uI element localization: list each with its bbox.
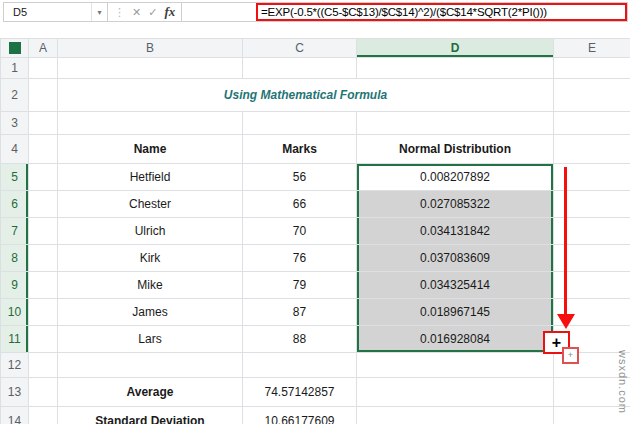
column-header-b[interactable]: B: [58, 39, 243, 58]
cell[interactable]: [357, 112, 554, 135]
cell[interactable]: [29, 135, 58, 164]
small-plus-icon: +: [568, 351, 573, 360]
name-cell[interactable]: Chester: [58, 191, 243, 218]
column-header-c[interactable]: C: [243, 39, 357, 58]
formula-input[interactable]: =EXP(-0.5*((C5-$C$13)/$C$14)^2)/($C$14*S…: [256, 3, 627, 21]
cell[interactable]: [29, 58, 58, 79]
table-header-marks[interactable]: Marks: [243, 135, 357, 164]
red-arrow-head-icon: [557, 314, 575, 329]
cell[interactable]: [357, 58, 554, 79]
fill-handle-cursor-icon[interactable]: +: [562, 347, 579, 364]
column-header-e[interactable]: E: [554, 39, 630, 58]
cell[interactable]: [554, 112, 630, 135]
row-header-9[interactable]: 9: [1, 272, 29, 299]
dist-cell[interactable]: 0.027085322: [357, 191, 554, 218]
average-label-cell[interactable]: Average: [58, 378, 243, 407]
red-arrow-annotation: [564, 167, 567, 315]
row-header-13[interactable]: 13: [1, 378, 29, 407]
cell[interactable]: [58, 58, 243, 79]
cell[interactable]: [29, 79, 58, 112]
name-cell[interactable]: Ulrich: [58, 218, 243, 245]
name-box-value: D5: [4, 6, 91, 18]
row-header-2[interactable]: 2: [1, 79, 29, 112]
column-header-a[interactable]: A: [29, 39, 58, 58]
select-all-icon: [9, 42, 21, 54]
active-cell[interactable]: 0.008207892: [357, 164, 554, 191]
cell[interactable]: [29, 245, 58, 272]
marks-cell[interactable]: 76: [243, 245, 357, 272]
worksheet-title-cell[interactable]: Using Mathematical Formula: [58, 79, 554, 112]
name-cell[interactable]: Hetfield: [58, 164, 243, 191]
insert-function-icon[interactable]: fx: [164, 4, 175, 20]
cell[interactable]: [29, 112, 58, 135]
dist-cell[interactable]: 0.037083609: [357, 245, 554, 272]
formula-bar: D5 ▾ ⋮ ✕ ✓ fx =EXP(-0.5*((C5-$C$13)/$C$1…: [3, 2, 628, 22]
cell[interactable]: [29, 191, 58, 218]
table-header-name[interactable]: Name: [58, 135, 243, 164]
row-header-12[interactable]: 12: [1, 353, 29, 378]
row-header-8[interactable]: 8: [1, 245, 29, 272]
row-header-3[interactable]: 3: [1, 112, 29, 135]
cell[interactable]: [357, 407, 554, 424]
stdev-label-cell[interactable]: Standard Deviation: [58, 407, 243, 424]
cell[interactable]: [29, 353, 58, 378]
marks-cell[interactable]: 70: [243, 218, 357, 245]
watermark: wsxdn.com: [617, 350, 629, 414]
marks-cell[interactable]: 87: [243, 299, 357, 326]
row-header-11[interactable]: 11: [1, 326, 29, 353]
cell[interactable]: [29, 378, 58, 407]
cell[interactable]: [357, 378, 554, 407]
row-header-1[interactable]: 1: [1, 58, 29, 79]
enter-icon[interactable]: ✓: [148, 6, 157, 19]
marks-cell[interactable]: 88: [243, 326, 357, 353]
dist-cell[interactable]: 0.018967145: [357, 299, 554, 326]
row-header-6[interactable]: 6: [1, 191, 29, 218]
cell[interactable]: [554, 58, 630, 79]
stdev-value-cell[interactable]: 10.66177609: [243, 407, 357, 424]
column-header-d[interactable]: D: [357, 39, 554, 58]
cell[interactable]: [554, 79, 630, 112]
cell[interactable]: [29, 407, 58, 424]
row-header-4[interactable]: 4: [1, 135, 29, 164]
cell[interactable]: [58, 112, 243, 135]
name-cell[interactable]: James: [58, 299, 243, 326]
name-cell[interactable]: Mike: [58, 272, 243, 299]
name-box[interactable]: D5 ▾: [3, 2, 108, 22]
cell[interactable]: [29, 326, 58, 353]
formula-bar-separator: ⋮: [114, 6, 125, 19]
cell[interactable]: [29, 164, 58, 191]
row-header-7[interactable]: 7: [1, 218, 29, 245]
formula-bar-buttons: ⋮ ✕ ✓ fx: [108, 2, 182, 22]
formula-bar-input-area: =EXP(-0.5*((C5-$C$13)/$C$14)^2)/($C$14*S…: [182, 2, 628, 22]
cell[interactable]: [243, 58, 357, 79]
row-header-5[interactable]: 5: [1, 164, 29, 191]
marks-cell[interactable]: 56: [243, 164, 357, 191]
cell[interactable]: [29, 218, 58, 245]
dist-cell[interactable]: 0.034325414: [357, 272, 554, 299]
cell[interactable]: [243, 112, 357, 135]
name-box-dropdown-icon[interactable]: ▾: [91, 3, 107, 21]
name-cell[interactable]: Kirk: [58, 245, 243, 272]
cell[interactable]: [243, 353, 357, 378]
cell[interactable]: [29, 272, 58, 299]
cell[interactable]: [357, 353, 554, 378]
plus-icon: +: [552, 335, 561, 351]
row-header-14[interactable]: 14: [1, 407, 29, 424]
average-value-cell[interactable]: 74.57142857: [243, 378, 357, 407]
marks-cell[interactable]: 66: [243, 191, 357, 218]
excel-window: D5 ▾ ⋮ ✕ ✓ fx =EXP(-0.5*((C5-$C$13)/$C$1…: [0, 0, 630, 424]
cancel-icon[interactable]: ✕: [132, 6, 141, 19]
marks-cell[interactable]: 79: [243, 272, 357, 299]
row-header-10[interactable]: 10: [1, 299, 29, 326]
table-header-dist[interactable]: Normal Distribution: [357, 135, 554, 164]
cell[interactable]: [58, 353, 243, 378]
select-all-button[interactable]: [1, 39, 29, 58]
dist-cell[interactable]: 0.016928084: [357, 326, 554, 353]
dist-cell[interactable]: 0.034131842: [357, 218, 554, 245]
spreadsheet-grid: A B C D E 1 2 Using Mathematical Formula…: [0, 38, 630, 424]
cell[interactable]: [554, 135, 630, 164]
name-cell[interactable]: Lars: [58, 326, 243, 353]
cell[interactable]: [29, 299, 58, 326]
